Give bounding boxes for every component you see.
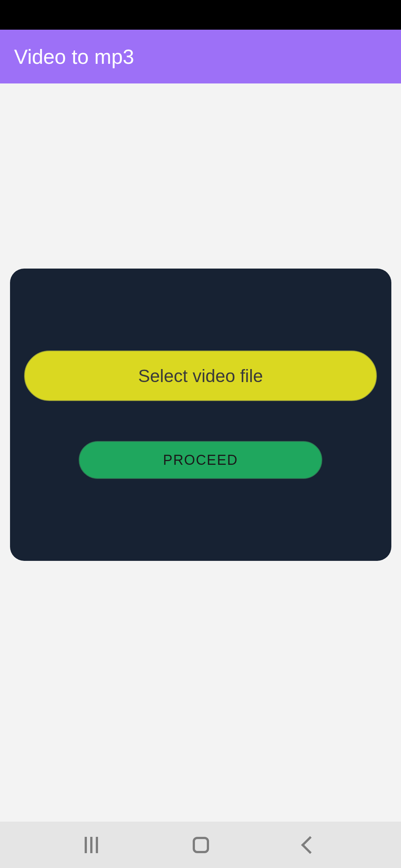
select-video-button-label: Select video file xyxy=(138,366,263,386)
back-icon[interactable] xyxy=(301,836,319,854)
app-title: Video to mp3 xyxy=(14,45,134,69)
navigation-bar xyxy=(0,822,401,868)
main-content: Select video file PROCEED xyxy=(0,83,401,822)
status-bar xyxy=(0,0,401,30)
proceed-button-label: PROCEED xyxy=(163,452,238,468)
recents-icon[interactable] xyxy=(85,837,98,853)
select-video-button[interactable]: Select video file xyxy=(24,351,377,401)
app-bar: Video to mp3 xyxy=(0,30,401,83)
proceed-button[interactable]: PROCEED xyxy=(79,441,322,479)
card-panel: Select video file PROCEED xyxy=(10,269,391,561)
home-icon[interactable] xyxy=(193,837,209,853)
